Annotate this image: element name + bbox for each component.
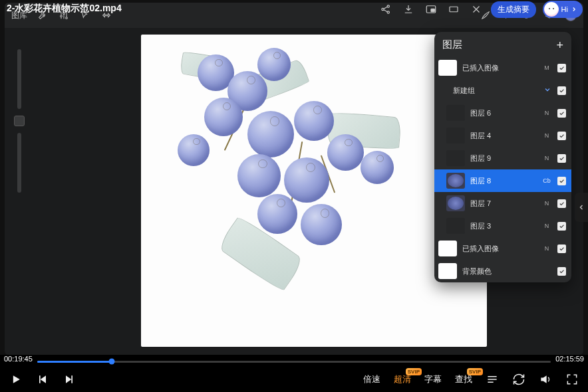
layer-visibility-checkbox[interactable] xyxy=(557,199,566,208)
opacity-slider[interactable] xyxy=(17,133,21,193)
share-icon[interactable] xyxy=(378,1,394,17)
loop-icon[interactable] xyxy=(512,373,525,386)
layer-thumbnail xyxy=(446,105,465,121)
layer-row[interactable]: 已插入图像M xyxy=(434,56,571,79)
layer-row[interactable]: 图层 6N xyxy=(434,102,571,124)
layer-name: 新建组 xyxy=(453,86,537,96)
subtitle-button[interactable]: 字幕 xyxy=(424,373,442,385)
prev-button[interactable] xyxy=(36,373,49,386)
layer-row[interactable]: 已插入图像N xyxy=(434,237,571,260)
layer-name: 图层 7 xyxy=(470,199,536,209)
svip-badge: SVIP xyxy=(406,368,422,375)
layer-name: 图层 6 xyxy=(470,108,536,118)
layer-row[interactable]: 图层 4N xyxy=(434,124,571,147)
play-button[interactable] xyxy=(9,373,23,386)
layer-visibility-checkbox[interactable] xyxy=(557,132,566,140)
chevron-down-icon[interactable] xyxy=(543,86,552,96)
layer-thumbnail xyxy=(446,218,465,234)
layer-row[interactable]: 背景颜色 xyxy=(434,260,571,282)
brush-size-slider[interactable] xyxy=(17,49,21,109)
layer-blend-mode[interactable]: N xyxy=(541,132,552,139)
layer-blend-mode[interactable]: M xyxy=(541,64,552,71)
layer-visibility-checkbox[interactable] xyxy=(557,86,566,95)
modify-button[interactable] xyxy=(14,116,25,126)
layer-visibility-checkbox[interactable] xyxy=(557,222,566,231)
assistant-avatar-button[interactable]: Hi xyxy=(543,1,583,18)
generate-summary-button[interactable]: 生成摘要 xyxy=(491,1,536,18)
layer-blend-mode[interactable]: Cb xyxy=(541,177,552,184)
next-button[interactable] xyxy=(63,373,76,386)
side-sliders xyxy=(14,49,25,193)
layer-visibility-checkbox[interactable] xyxy=(557,109,566,118)
svg-rect-5 xyxy=(450,7,458,12)
layer-visibility-checkbox[interactable] xyxy=(557,64,566,72)
video-player-controls: 00:19:45 02:15:59 倍速 超清SVIP 字幕 查找SVIP xyxy=(0,355,588,392)
search-button[interactable]: 查找SVIP xyxy=(455,373,472,385)
layer-visibility-checkbox[interactable] xyxy=(557,267,566,276)
layers-panel-title: 图层 xyxy=(442,39,462,51)
svg-point-0 xyxy=(381,8,383,10)
volume-icon[interactable] xyxy=(539,373,552,386)
layer-row[interactable]: 图层 7N xyxy=(434,192,571,215)
layer-row[interactable]: 图层 9N xyxy=(434,147,571,169)
layer-blend-mode[interactable]: N xyxy=(541,245,552,252)
layer-row[interactable]: 图层 3N xyxy=(434,215,571,237)
add-layer-button[interactable]: + xyxy=(556,39,563,51)
avatar-face-icon xyxy=(544,2,559,17)
layer-name: 图层 8 xyxy=(470,176,536,186)
avatar-text: Hi xyxy=(561,5,568,13)
current-time: 00:19:45 xyxy=(4,355,33,363)
layer-visibility-checkbox[interactable] xyxy=(557,177,566,185)
speed-button[interactable]: 倍速 xyxy=(363,373,380,385)
app-frame: 图库 xyxy=(5,3,583,355)
svip-badge-2: SVIP xyxy=(467,368,483,375)
layer-blend-mode[interactable]: N xyxy=(541,200,552,207)
layer-blend-mode[interactable]: N xyxy=(541,155,552,161)
layer-thumbnail xyxy=(438,241,457,256)
layer-name: 已插入图像 xyxy=(462,244,536,254)
layer-thumbnail xyxy=(446,195,465,211)
layer-thumbnail xyxy=(438,263,457,279)
overlay-top-right: 生成摘要 Hi xyxy=(372,0,588,19)
quality-button[interactable]: 超清SVIP xyxy=(394,373,411,385)
layer-visibility-checkbox[interactable] xyxy=(557,245,566,253)
layer-thumbnail xyxy=(446,173,465,189)
side-panel-chevron[interactable] xyxy=(575,193,588,222)
layer-thumbnail xyxy=(446,128,465,144)
layer-name: 背景颜色 xyxy=(462,266,536,276)
layer-name: 图层 4 xyxy=(470,131,536,141)
layer-thumbnail xyxy=(446,150,465,166)
download-icon[interactable] xyxy=(400,1,416,17)
duration-time: 02:15:59 xyxy=(555,355,584,363)
layer-name: 图层 9 xyxy=(470,153,536,163)
layer-blend-mode[interactable]: N xyxy=(541,223,552,229)
video-stage: 图库 xyxy=(0,0,588,355)
layer-group-row[interactable]: 新建组 xyxy=(434,79,571,102)
layer-blend-mode[interactable]: N xyxy=(541,110,552,116)
layers-panel: 图层 + 已插入图像M新建组图层 6N图层 4N图层 9N图层 8Cb图层 7N… xyxy=(434,32,571,282)
fullscreen-icon[interactable] xyxy=(565,373,579,386)
theater-icon[interactable] xyxy=(446,1,462,17)
layer-row[interactable]: 图层 8Cb xyxy=(434,169,571,192)
layer-thumbnail xyxy=(438,60,457,76)
pip-icon[interactable] xyxy=(423,1,439,17)
close-icon[interactable] xyxy=(468,1,484,17)
progress-track[interactable] xyxy=(37,361,551,363)
layer-name: 已插入图像 xyxy=(462,63,536,73)
video-title: 2-水彩花卉植物示范02.mp4 xyxy=(7,3,122,15)
layer-name: 图层 3 xyxy=(470,221,536,231)
svg-point-2 xyxy=(387,11,389,13)
svg-point-1 xyxy=(387,5,389,7)
playlist-icon[interactable] xyxy=(486,373,499,386)
layer-visibility-checkbox[interactable] xyxy=(557,154,566,163)
svg-rect-4 xyxy=(431,9,434,12)
